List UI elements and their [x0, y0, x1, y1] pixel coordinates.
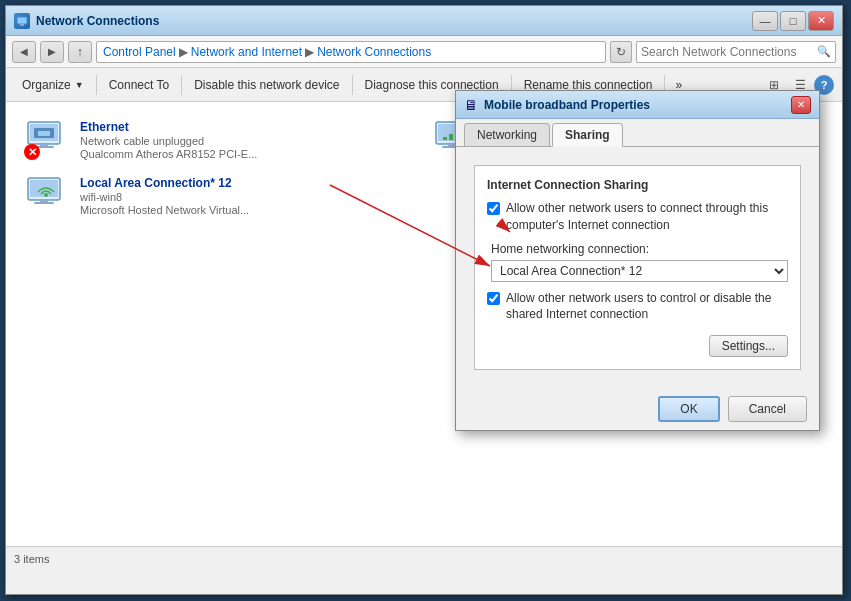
home-network-label: Home networking connection:: [491, 242, 788, 256]
toolbar-separator-2: [181, 75, 182, 95]
search-box: 🔍: [636, 41, 836, 63]
local-area-connection-name: Local Area Connection* 12: [80, 176, 416, 190]
svg-point-20: [44, 193, 48, 197]
ok-button[interactable]: OK: [658, 396, 719, 422]
ethernet-desc2: Qualcomm Atheros AR8152 PCI-E...: [80, 148, 416, 160]
allow-control-checkbox[interactable]: [487, 292, 500, 305]
svg-rect-0: [17, 17, 27, 24]
toolbar-separator-3: [352, 75, 353, 95]
local-area-connection-icon: [24, 176, 72, 216]
back-button[interactable]: ◀: [12, 41, 36, 63]
svg-rect-12: [443, 137, 447, 140]
settings-button[interactable]: Settings...: [709, 335, 788, 357]
breadcrumb-network-connections[interactable]: Network Connections: [317, 45, 431, 59]
address-path[interactable]: Control Panel ▶ Network and Internet ▶ N…: [96, 41, 606, 63]
dialog-title: Mobile broadband Properties: [484, 98, 650, 112]
ethernet-name: Ethernet: [80, 120, 416, 134]
tab-bar: Networking Sharing: [456, 119, 819, 147]
maximize-button[interactable]: □: [780, 11, 806, 31]
breadcrumb-control-panel[interactable]: Control Panel: [103, 45, 176, 59]
refresh-button[interactable]: ↻: [610, 41, 632, 63]
ethernet-item[interactable]: ✕ Ethernet Network cable unplugged Qualc…: [16, 112, 424, 168]
breadcrumb-network-internet[interactable]: Network and Internet: [191, 45, 302, 59]
close-button[interactable]: ✕: [808, 11, 834, 31]
local-area-connection-desc2: Microsoft Hosted Network Virtual...: [80, 204, 416, 216]
ethernet-icon: ✕: [24, 120, 72, 160]
item-count: 3 items: [14, 553, 49, 565]
search-input[interactable]: [641, 45, 817, 59]
home-network-dropdown[interactable]: Local Area Connection* 12: [491, 260, 788, 282]
dialog-title-icon: 🖥: [464, 97, 478, 113]
properties-dialog: 🖥 Mobile broadband Properties ✕ Networki…: [455, 90, 820, 431]
checkbox2-label: Allow other network users to control or …: [506, 290, 788, 324]
window-title: Network Connections: [36, 14, 159, 28]
ethernet-desc1: Network cable unplugged: [80, 135, 416, 147]
toolbar-separator-1: [96, 75, 97, 95]
dialog-title-bar: 🖥 Mobile broadband Properties ✕: [456, 91, 819, 119]
svg-rect-13: [449, 134, 453, 140]
organize-label: Organize: [22, 78, 71, 92]
checkbox1-label: Allow other network users to connect thr…: [506, 200, 788, 234]
svg-rect-7: [38, 131, 50, 136]
ethernet-info: Ethernet Network cable unplugged Qualcom…: [80, 120, 416, 160]
title-bar: Network Connections — □ ✕: [6, 6, 842, 36]
checkbox1-row: Allow other network users to connect thr…: [487, 200, 788, 234]
up-button[interactable]: ↑: [68, 41, 92, 63]
organize-chevron-icon: ▼: [75, 80, 84, 90]
address-bar: ◀ ▶ ↑ Control Panel ▶ Network and Intern…: [6, 36, 842, 68]
local-area-connection-desc1: wifi-win8: [80, 191, 416, 203]
local-area-connection-item[interactable]: Local Area Connection* 12 wifi-win8 Micr…: [16, 168, 424, 224]
dialog-body: Internet Connection Sharing Allow other …: [456, 147, 819, 388]
minimize-button[interactable]: —: [752, 11, 778, 31]
checkbox2-row: Allow other network users to control or …: [487, 290, 788, 324]
window-controls: — □ ✕: [752, 11, 834, 31]
cancel-button[interactable]: Cancel: [728, 396, 807, 422]
settings-button-row: Settings...: [487, 331, 788, 357]
section-title: Internet Connection Sharing: [487, 178, 788, 192]
connect-to-button[interactable]: Connect To: [101, 74, 178, 96]
error-icon: ✕: [24, 144, 40, 160]
dialog-close-button[interactable]: ✕: [791, 96, 811, 114]
disable-label: Disable this network device: [194, 78, 339, 92]
home-network-section: Home networking connection: Local Area C…: [487, 242, 788, 282]
tab-sharing[interactable]: Sharing: [552, 123, 623, 147]
svg-rect-1: [20, 24, 24, 26]
search-icon[interactable]: 🔍: [817, 45, 831, 58]
local-area-connection-info: Local Area Connection* 12 wifi-win8 Micr…: [80, 176, 416, 216]
organize-button[interactable]: Organize ▼: [14, 74, 92, 96]
svg-rect-19: [34, 202, 54, 204]
status-bar: 3 items: [6, 546, 842, 570]
disable-button[interactable]: Disable this network device: [186, 74, 347, 96]
window-icon: [14, 13, 30, 29]
dialog-buttons: OK Cancel: [456, 388, 819, 430]
connect-to-label: Connect To: [109, 78, 170, 92]
tab-networking[interactable]: Networking: [464, 123, 550, 146]
forward-button[interactable]: ▶: [40, 41, 64, 63]
allow-sharing-checkbox[interactable]: [487, 202, 500, 215]
sharing-content: Internet Connection Sharing Allow other …: [474, 165, 801, 370]
